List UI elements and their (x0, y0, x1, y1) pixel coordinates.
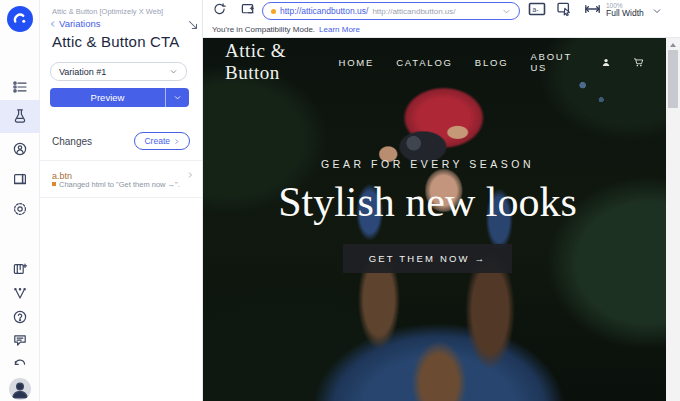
create-change-button[interactable]: Create (134, 132, 190, 150)
open-in-browser-icon[interactable] (240, 2, 256, 21)
get-them-now-button[interactable]: GET THEM NOW → (343, 244, 513, 273)
cart-icon[interactable] (633, 56, 644, 69)
change-description-text: Changed html to "Get them now →". (59, 180, 180, 190)
nav-home[interactable]: HOME (339, 57, 375, 68)
program-board-icon[interactable] (12, 261, 28, 277)
cta-label: GET THEM NOW → (369, 253, 487, 264)
help-icon[interactable] (12, 309, 28, 325)
app-rail (0, 0, 40, 401)
preview-split-button: Preview (50, 88, 189, 107)
experiment-title: Attic & Button CTA (52, 33, 180, 50)
viewport-width-icon[interactable] (584, 2, 601, 20)
preview-button-label: Preview (91, 92, 125, 103)
preview-scrollbar[interactable] (666, 38, 680, 401)
url-status-dot (271, 9, 276, 14)
breadcrumb: Attic & Button [Optimizely X Web] (52, 7, 163, 16)
chevron-down-icon (502, 7, 511, 16)
experiments-list-icon[interactable] (12, 79, 28, 95)
back-to-variations-link[interactable]: Variations (49, 18, 101, 29)
feedback-icon[interactable] (12, 332, 28, 348)
reload-icon[interactable] (212, 2, 227, 21)
user-avatar[interactable] (9, 378, 31, 400)
compatibility-bar: You're in Compatibility Mode. Learn More (203, 22, 680, 38)
url-secondary-text: http://atticandbutton.us/ (372, 7, 455, 16)
variation-select-value: Variation #1 (59, 67, 106, 77)
hero-headline: Stylish new looks (203, 178, 652, 226)
audiences-icon[interactable] (12, 141, 28, 157)
chevron-down-icon (169, 67, 178, 76)
url-bar[interactable]: http://atticandbutton.us/ http://attican… (262, 2, 520, 20)
learn-more-link[interactable]: Learn More (319, 25, 360, 34)
editor-flask-icon[interactable] (12, 108, 28, 124)
preview-dropdown-button[interactable] (165, 88, 189, 107)
chevron-right-icon (173, 138, 180, 145)
compatibility-message: You're in Compatibility Mode. (212, 25, 315, 34)
editor-main: http://atticandbutton.us/ http://attican… (203, 0, 680, 401)
interactive-mode-icon[interactable] (556, 1, 573, 21)
preview-button[interactable]: Preview (50, 88, 165, 107)
variation-select[interactable]: Variation #1 (50, 62, 187, 81)
divider (40, 160, 202, 161)
optimizely-logo-icon[interactable] (7, 6, 33, 32)
create-button-label: Create (144, 136, 170, 146)
labs-icon[interactable] (12, 286, 28, 302)
account-icon[interactable] (601, 56, 611, 69)
element-selector-icon[interactable]: a- (528, 2, 546, 21)
changes-header: Changes Create (52, 132, 190, 150)
change-description: Changed html to "Get them now →". (52, 180, 188, 190)
collapse-panel-icon[interactable] (186, 18, 200, 32)
change-bullet-icon (52, 182, 56, 186)
divider (40, 197, 202, 198)
url-text: http://atticandbutton.us/ (280, 6, 368, 16)
site-nav: HOME CATALOG BLOG ABOUT US (339, 51, 645, 73)
scrollbar-up-arrow-icon[interactable] (670, 43, 676, 47)
history-undo-icon[interactable] (12, 355, 28, 371)
hero-eyebrow: GEAR FOR EVERY SEASON (203, 158, 652, 170)
variation-panel: Attic & Button [Optimizely X Web] Variat… (40, 0, 203, 401)
optimizely-editor: Attic & Button [Optimizely X Web] Variat… (0, 0, 680, 401)
site-header: Attic & Button HOME CATALOG BLOG ABOUT U… (203, 38, 666, 86)
hero-section: GEAR FOR EVERY SEASON Stylish new looks … (203, 158, 652, 273)
chevron-right-icon (186, 171, 194, 179)
width-mode-label: Full Width (606, 9, 644, 18)
changes-heading: Changes (52, 136, 92, 147)
pages-icon[interactable] (12, 171, 28, 187)
viewport-size-control[interactable]: 100% Full Width (606, 2, 644, 18)
back-link-label: Variations (59, 18, 101, 29)
scrollbar-thumb[interactable] (668, 50, 678, 108)
chevron-down-icon (173, 93, 182, 102)
nav-about-us[interactable]: ABOUT US (530, 51, 579, 73)
nav-catalog[interactable]: CATALOG (396, 57, 453, 68)
site-preview: Attic & Button HOME CATALOG BLOG ABOUT U… (203, 38, 666, 401)
editor-toolbar: http://atticandbutton.us/ http://attican… (203, 0, 680, 22)
svg-text:a-: a- (533, 6, 539, 13)
nav-blog[interactable]: BLOG (475, 57, 509, 68)
site-logo[interactable]: Attic & Button (225, 40, 339, 84)
settings-gear-icon[interactable] (12, 201, 28, 217)
viewport-dropdown-icon[interactable] (652, 2, 662, 20)
chevron-left-icon (49, 20, 57, 28)
